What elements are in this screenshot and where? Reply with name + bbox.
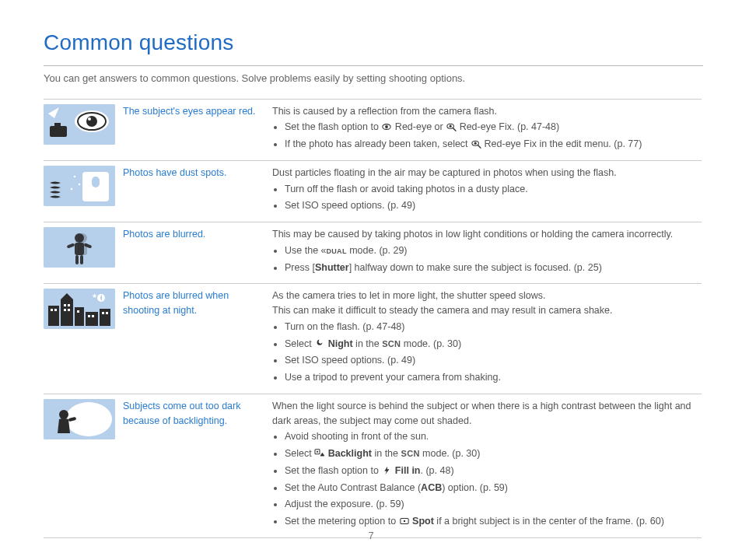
table-row: Subjects come out too dark because of ba…	[44, 394, 702, 537]
svg-rect-15	[92, 177, 100, 187]
eye-icon	[381, 121, 392, 131]
question-text: Subjects come out too dark because of ba…	[123, 394, 272, 537]
moon-icon	[314, 338, 325, 348]
list-item: Avoid shooting in front of the sun.	[285, 429, 695, 444]
svg-point-16	[74, 175, 76, 177]
list-item: Set the flash option to Red-eye or Red-e…	[285, 120, 695, 135]
svg-rect-45	[92, 315, 94, 317]
flash-icon	[381, 465, 392, 474]
svg-point-5	[86, 116, 97, 127]
list-item: Set ISO speed options. (p. 49)	[285, 353, 695, 368]
svg-rect-43	[77, 310, 79, 313]
answer-lead: When the light source is behind the subj…	[272, 399, 695, 429]
svg-point-50	[59, 410, 68, 419]
list-item: Set the flash option to Fill in. (p. 48)	[285, 464, 695, 478]
answer-cell: As the camera tries to let in more light…	[272, 284, 702, 394]
question-text: The subject's eyes appear red.	[123, 99, 272, 160]
svg-point-53	[317, 451, 318, 453]
list-item: Press [Shutter] halfway down to make sur…	[285, 261, 695, 275]
list-item: Set the Auto Contrast Balance (ACB) opti…	[285, 481, 695, 495]
svg-point-56	[403, 520, 404, 522]
table-row: The subject's eyes appear red.This is ca…	[44, 99, 702, 160]
svg-point-12	[474, 142, 477, 145]
question-text: Photos are blurred when shooting at nigh…	[123, 284, 272, 394]
svg-rect-44	[88, 315, 90, 317]
row-illustration: ★	[44, 284, 123, 394]
svg-rect-27	[78, 243, 87, 255]
question-text: Photos have dust spots.	[123, 160, 272, 222]
table-row: ★Photos are blurred when shooting at nig…	[44, 284, 702, 394]
eye-brush-icon	[446, 121, 457, 131]
list-item: Turn off the flash or avoid taking photo…	[285, 182, 695, 197]
svg-rect-35	[86, 312, 98, 326]
question-text: Photos are blurred.	[123, 222, 272, 284]
svg-point-18	[71, 187, 73, 190]
answer-cell: Dust particles floating in the air may b…	[272, 160, 702, 222]
svg-point-6	[88, 117, 91, 121]
svg-rect-38	[68, 304, 70, 306]
svg-rect-36	[100, 309, 110, 326]
svg-rect-24	[75, 255, 79, 264]
row-illustration	[44, 160, 123, 222]
row-illustration	[44, 222, 123, 284]
svg-rect-34	[75, 307, 84, 326]
svg-rect-46	[102, 312, 104, 314]
list-item: Select Night in the SCN mode. (p. 30)	[285, 337, 695, 352]
svg-rect-47	[106, 312, 108, 314]
eye-brush-icon	[471, 138, 481, 148]
answer-bullets: Turn off the flash or avoid taking photo…	[272, 182, 695, 214]
dual-mode-icon: «DUAL	[321, 245, 347, 256]
table-row: Photos have dust spots.Dust particles fl…	[44, 160, 702, 222]
list-item: Use a tripod to prevent your camera from…	[285, 370, 695, 385]
svg-text:★: ★	[92, 292, 97, 299]
svg-point-26	[78, 233, 87, 243]
page-number: 7	[0, 528, 742, 544]
answer-cell: This may be caused by taking photos in l…	[272, 222, 702, 284]
answer-bullets: Set the flash option to Red-eye or Red-e…	[272, 120, 695, 152]
list-item: Set ISO speed options. (p. 49)	[285, 198, 695, 213]
scn-mode-label: SCN	[382, 339, 401, 348]
answer-cell: This is caused by a reflection from the …	[272, 99, 702, 160]
answer-lead: This may be caused by taking photos in l…	[272, 227, 695, 242]
spot-icon	[399, 516, 410, 525]
svg-rect-2	[54, 123, 61, 127]
svg-rect-40	[68, 309, 70, 311]
answer-bullets: Turn on the flash. (p. 47-48)Select Nigh…	[272, 320, 695, 385]
svg-rect-37	[64, 304, 66, 306]
answer-lead: As the camera tries to let in more light…	[272, 289, 695, 303]
list-item: Turn on the flash. (p. 47-48)	[285, 320, 695, 334]
table-row: Photos are blurred.This may be caused by…	[44, 222, 702, 284]
answer-cell: When the light source is behind the subj…	[272, 394, 702, 537]
list-item: Adjust the exposure. (p. 59)	[285, 497, 695, 512]
svg-rect-1	[50, 126, 67, 137]
svg-point-54	[322, 453, 324, 454]
svg-rect-41	[51, 309, 53, 311]
svg-rect-31	[48, 306, 59, 326]
answer-lead: This is caused by a reflection from the …	[272, 104, 695, 119]
svg-rect-32	[61, 299, 73, 326]
answer-bullets: Use the «DUAL mode. (p. 29)Press [Shutte…	[272, 243, 695, 275]
answer-bullets: Avoid shooting in front of the sun.Selec…	[272, 429, 695, 529]
answer-lead-2: This can make it difficult to steady the…	[272, 303, 695, 318]
list-item: Select Backlight in the SCN mode. (p. 30…	[285, 446, 695, 461]
answer-lead: Dust particles floating in the air may b…	[272, 166, 695, 180]
svg-point-8	[386, 125, 389, 128]
row-illustration	[44, 99, 123, 160]
intro-text: You can get answers to common questions.…	[44, 71, 703, 86]
svg-rect-39	[64, 309, 66, 311]
questions-table: The subject's eyes appear red.This is ca…	[44, 99, 702, 538]
svg-rect-42	[54, 309, 57, 311]
svg-point-10	[450, 125, 452, 128]
svg-rect-25	[80, 255, 83, 264]
scn-mode-label: SCN	[401, 449, 420, 458]
title-rule	[44, 65, 703, 66]
list-item: Set the metering option to Spot if a bri…	[285, 514, 695, 529]
list-item: If the photo has already been taken, sel…	[285, 137, 695, 152]
list-item: Use the «DUAL mode. (p. 29)	[285, 243, 695, 258]
backlight-icon	[314, 448, 325, 457]
svg-point-17	[79, 183, 81, 185]
row-illustration	[44, 394, 123, 537]
page-title: Common questions	[44, 26, 703, 59]
